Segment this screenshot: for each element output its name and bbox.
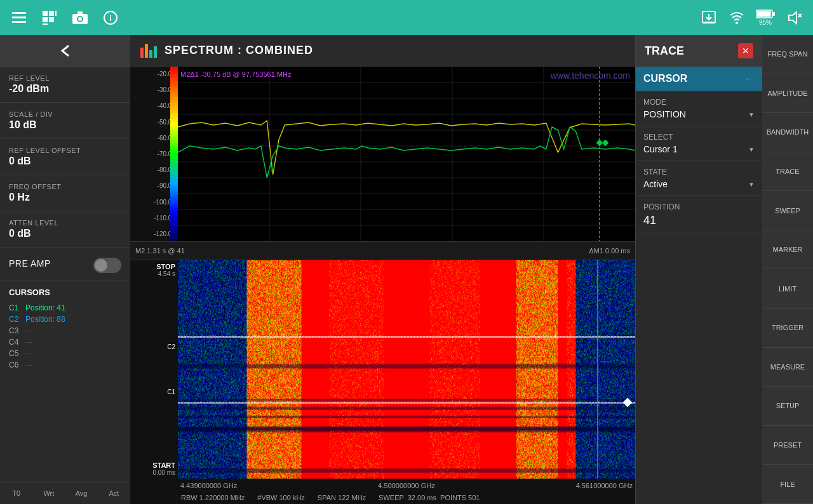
spectrum-info-bar: M2 1.31 s @ 41 ΔM1 0.00 ms xyxy=(130,241,635,260)
cursor-c5-position: --- xyxy=(25,349,121,358)
state-dropdown[interactable]: Active ▼ xyxy=(643,179,755,189)
cursor-c4-row: C4 --- xyxy=(9,336,121,348)
cursor-section-label: CURSOR xyxy=(643,73,687,84)
nav-limit[interactable]: LIMIT xyxy=(762,269,813,308)
svg-rect-4 xyxy=(49,11,54,16)
nav-freq-span[interactable]: FREQ SPAN xyxy=(762,35,813,74)
trace-title: TRACE xyxy=(645,44,684,58)
cursor-c2-row: C2 Position: 88 xyxy=(9,314,121,325)
stop-label: STOP xyxy=(133,263,175,270)
trace-close-button[interactable]: ✕ xyxy=(738,43,753,58)
mode-section: MODE POSITION ▼ xyxy=(636,91,762,126)
m2-label: M2 1.31 s @ 41 xyxy=(135,247,185,255)
cursor-section[interactable]: CURSOR ← xyxy=(636,67,762,91)
left-panel: REF LEVEL -20 dBm SCALE / DIV 10 dB REF … xyxy=(0,35,130,504)
pre-amp-toggle[interactable] xyxy=(93,258,121,273)
position-label: POSITION xyxy=(643,202,755,211)
cursor-c1-wf-label: C1 xyxy=(133,388,175,395)
grid-icon[interactable] xyxy=(41,9,58,27)
svg-rect-12 xyxy=(77,11,83,15)
select-label: SELECT xyxy=(643,133,755,142)
freq-offset-section: FREQ OFFSET 0 Hz xyxy=(0,175,130,211)
atten-level-value: 0 dB xyxy=(9,228,121,239)
svg-marker-22 xyxy=(789,12,796,23)
ref-level-value: -20 dBm xyxy=(9,83,121,95)
battery-info: 95% xyxy=(756,9,775,26)
svg-rect-7 xyxy=(49,17,54,22)
cursor-c4-position: --- xyxy=(25,338,121,347)
nav-file[interactable]: FILE xyxy=(762,465,813,504)
rbw-label: RBW 1.220000 MHz xyxy=(181,494,245,501)
cursors-title: CURSORS xyxy=(9,288,121,297)
svg-rect-3 xyxy=(43,11,48,16)
ref-level-offset-section: REF LEVEL OFFSET 0 dB xyxy=(0,139,130,175)
download-icon[interactable] xyxy=(700,9,718,27)
tab-act[interactable]: Act xyxy=(98,484,130,502)
vbw-label: #VBW 100 kHz xyxy=(257,494,305,501)
rbw-bar: RBW 1.220000 MHz #VBW 100 kHz SPAN 122 M… xyxy=(130,491,635,504)
main-layout: REF LEVEL -20 dBm SCALE / DIV 10 dB REF … xyxy=(0,35,813,504)
delta-m1-label: ΔM1 0.00 ms xyxy=(589,247,630,255)
nav-sweep[interactable]: SWEEP xyxy=(762,191,813,230)
cursor-c5-label: C5 xyxy=(9,349,22,358)
center-panel: SPECTRUM : COMBINED -20.00 -30.00 -40.00… xyxy=(130,35,635,504)
spectrum-header: SPECTRUM : COMBINED xyxy=(130,35,635,67)
select-dropdown[interactable]: Cursor 1 ▼ xyxy=(643,144,755,154)
bottom-tabs: T0 Wrt Avg Act xyxy=(0,482,130,504)
cursor-c6-position: --- xyxy=(25,361,121,369)
svg-rect-8 xyxy=(43,23,48,25)
nav-trigger[interactable]: TRIGGER xyxy=(762,308,813,348)
cursor-c6-label: C6 xyxy=(9,361,22,369)
nav-trace[interactable]: TRACE xyxy=(762,152,813,192)
ref-level-offset-value: 0 dB xyxy=(9,156,121,167)
atten-level-label: ATTEN LEVEL xyxy=(9,219,121,227)
wifi-icon[interactable] xyxy=(728,9,746,27)
top-bar-left: i xyxy=(10,9,119,27)
trace-header: TRACE ✕ xyxy=(636,35,762,67)
sweep-info: SWEEP 32.00 ms POINTS 501 xyxy=(379,494,480,501)
mode-value[interactable]: POSITION ▼ xyxy=(643,109,755,119)
tab-wrt[interactable]: Wrt xyxy=(32,484,65,502)
position-value: 41 xyxy=(643,214,755,227)
svg-rect-1 xyxy=(12,17,26,18)
freq-offset-value: 0 Hz xyxy=(9,192,121,203)
nav-amplitude[interactable]: AMPLITUDE xyxy=(762,74,813,114)
svg-rect-6 xyxy=(43,17,48,22)
nav-preset[interactable]: PRESET xyxy=(762,426,813,465)
cursor-back-arrow[interactable]: ← xyxy=(744,73,755,84)
spectrum-chart-icon xyxy=(140,44,157,58)
svg-text:i: i xyxy=(109,13,112,23)
start-label: START xyxy=(133,461,175,469)
svg-rect-20 xyxy=(772,12,775,16)
cursor-c2-label: C2 xyxy=(9,315,22,324)
svg-rect-2 xyxy=(12,21,26,23)
cursor-c1-marker xyxy=(622,397,633,408)
nav-setup[interactable]: SETUP xyxy=(762,387,813,426)
mode-label: MODE xyxy=(643,98,755,107)
camera-icon[interactable] xyxy=(71,9,89,27)
cursor-c6-row: C6 --- xyxy=(9,359,121,371)
cursor-c2-position: Position: 88 xyxy=(25,315,121,324)
freq-label-center: 4.500000000 GHz xyxy=(331,482,481,489)
scale-div-section: SCALE / DIV 10 dB xyxy=(0,103,130,139)
svg-rect-21 xyxy=(757,11,771,17)
nav-marker[interactable]: MARKER xyxy=(762,230,813,270)
tab-t0[interactable]: T0 xyxy=(0,484,32,502)
stop-value: 4.54 s xyxy=(133,270,175,277)
cursor-c1-label: C1 xyxy=(9,303,22,312)
waterfall-section: STOP 4.54 s C2 C1 START 0.00 ms xyxy=(130,260,635,479)
mute-icon[interactable] xyxy=(785,9,803,27)
position-section: POSITION 41 xyxy=(636,196,762,234)
scale-div-value: 10 dB xyxy=(9,119,121,131)
menu-icon[interactable] xyxy=(10,9,28,27)
info-icon[interactable]: i xyxy=(102,9,119,27)
cursor-c3-row: C3 --- xyxy=(9,325,121,336)
cursor-c1-row: C1 Position: 41 xyxy=(9,302,121,314)
nav-measure[interactable]: MEASURE xyxy=(762,348,813,387)
waterfall-canvas[interactable] xyxy=(178,260,635,479)
spectrum-plot[interactable]: M2Δ1 -30.75 dB @ 97.753561 MHz www.tehen… xyxy=(178,67,635,241)
back-button[interactable] xyxy=(0,35,130,67)
tab-avg[interactable]: Avg xyxy=(65,484,98,502)
nav-bandwidth[interactable]: BANDWIDTH xyxy=(762,113,813,152)
scale-div-label: SCALE / DIV xyxy=(9,110,121,118)
